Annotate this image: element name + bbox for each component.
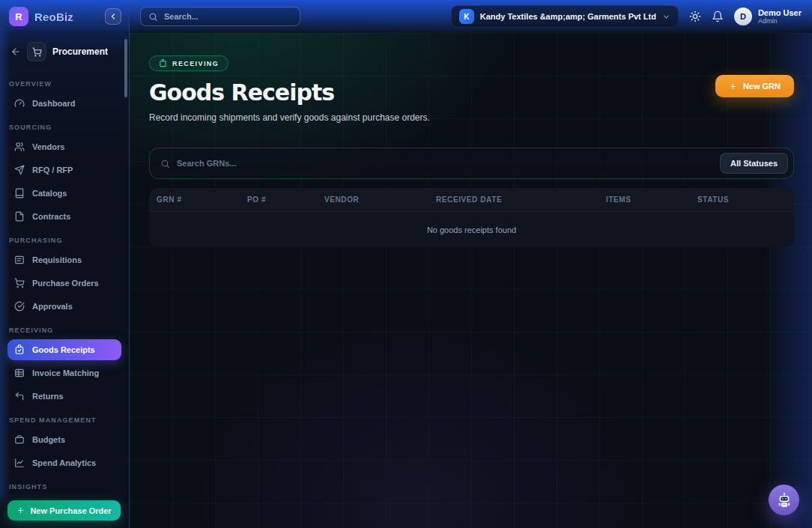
users-icon	[14, 142, 25, 152]
grn-search-input[interactable]	[177, 159, 512, 168]
avatar: D	[734, 7, 752, 25]
sidebar-item-dashboard[interactable]: Dashboard	[7, 93, 121, 114]
undo-arrow-icon	[14, 391, 25, 401]
sidebar-item-rfq-rfp[interactable]: RFQ / RFP	[7, 160, 121, 180]
wallet-icon	[14, 434, 25, 445]
company-name: Kandy Textiles &amp;amp; Garments Pvt Lt…	[480, 12, 656, 21]
sidebar-header: R ReoBiz	[0, 0, 129, 33]
sidebar-item-contracts[interactable]: Contracts	[7, 206, 121, 227]
column-header-po: PO #	[247, 195, 324, 204]
section-spend-management: SPEND MANAGEMENT	[9, 416, 120, 424]
section-insights: INSIGHTS	[9, 483, 120, 491]
sidebar-item-label: RFQ / RFP	[32, 166, 73, 175]
book-icon	[14, 188, 25, 198]
sidebar-item-label: Returns	[32, 392, 64, 401]
grn-table: GRN # PO # VENDOR RECEIVED DATE ITEMS ST…	[149, 188, 794, 247]
sidebar-item-label: Budgets	[32, 435, 65, 444]
section-sourcing: SOURCING	[9, 124, 120, 131]
user-menu[interactable]: D Demo User Admin	[734, 7, 802, 25]
sidebar-item-catalogs[interactable]: Catalogs	[7, 183, 121, 204]
section-overview: OVERVIEW	[9, 80, 120, 88]
bell-icon	[712, 10, 724, 22]
back-arrow-icon[interactable]	[10, 46, 21, 57]
sidebar-collapse-button[interactable]	[105, 8, 121, 25]
page-content: RECEIVING Goods Receipts Record incoming…	[130, 33, 812, 528]
cart-icon	[27, 42, 46, 61]
status-filter-select[interactable]: All Statuses	[720, 153, 788, 174]
global-search-input[interactable]	[164, 12, 292, 21]
sidebar-item-spend-analytics[interactable]: Spend Analytics	[7, 452, 121, 473]
table-header-row: GRN # PO # VENDOR RECEIVED DATE ITEMS ST…	[149, 188, 794, 212]
check-circle-icon	[14, 301, 25, 312]
module-label: Procurement	[52, 46, 108, 57]
sidebar-item-purchase-orders[interactable]: Purchase Orders	[7, 273, 121, 294]
sun-icon	[689, 10, 701, 22]
sidebar-item-approvals[interactable]: Approvals	[7, 296, 121, 317]
new-purchase-order-button[interactable]: New Purchase Order	[7, 500, 121, 521]
new-purchase-order-label: New Purchase Order	[30, 506, 111, 515]
theme-toggle-button[interactable]	[689, 10, 701, 22]
grn-search[interactable]	[160, 159, 720, 169]
search-icon	[148, 12, 158, 22]
new-grn-label: New GRN	[743, 82, 781, 91]
column-header-grn: GRN #	[157, 195, 247, 204]
page-header: RECEIVING Goods Receipts Record incoming…	[149, 55, 794, 123]
sidebar-item-label: Invoice Matching	[32, 368, 99, 377]
sidebar-item-budgets[interactable]: Budgets	[7, 429, 121, 450]
main-area: K Kandy Textiles &amp;amp; Garments Pvt …	[130, 0, 812, 528]
gauge-icon	[14, 98, 25, 109]
sidebar-item-label: Contracts	[32, 212, 70, 221]
filter-card: All Statuses	[149, 148, 794, 179]
package-icon	[159, 59, 167, 67]
sidebar-item-label: Purchase Orders	[32, 279, 99, 288]
sidebar: R ReoBiz Procurement OVERVIEW Dashboard	[0, 0, 130, 528]
status-filter-value: All Statuses	[730, 159, 778, 168]
sidebar-item-returns[interactable]: Returns	[7, 386, 121, 407]
page-title: Goods Receipts	[149, 79, 430, 106]
plus-icon	[729, 82, 737, 91]
brand-name: ReoBiz	[34, 10, 73, 23]
sidebar-item-label: Dashboard	[32, 99, 75, 108]
package-check-icon	[14, 345, 25, 355]
section-purchasing: PURCHASING	[9, 237, 120, 244]
plus-icon	[16, 506, 25, 515]
sidebar-item-label: Approvals	[32, 302, 73, 311]
sidebar-footer: New Purchase Order	[0, 493, 128, 528]
sidebar-item-vendors[interactable]: Vendors	[7, 136, 121, 157]
sidebar-item-label: Requisitions	[32, 255, 82, 264]
column-header-status: STATUS	[697, 195, 794, 204]
sidebar-nav: OVERVIEW Dashboard SOURCING Vendors RFQ …	[0, 69, 129, 528]
app-window: R ReoBiz Procurement OVERVIEW Dashboard	[0, 0, 812, 528]
global-search[interactable]	[140, 7, 300, 26]
company-selector[interactable]: K Kandy Textiles &amp;amp; Garments Pvt …	[451, 5, 679, 28]
module-header: Procurement	[0, 33, 129, 69]
topbar-right: K Kandy Textiles &amp;amp; Garments Pvt …	[451, 5, 802, 28]
sidebar-item-label: Spend Analytics	[32, 458, 96, 467]
user-role: Admin	[758, 17, 802, 25]
column-header-items: ITEMS	[606, 195, 697, 204]
receiving-badge-label: RECEIVING	[172, 60, 219, 67]
sidebar-scrollbar[interactable]	[124, 39, 127, 97]
assistant-chat-button[interactable]	[769, 485, 799, 515]
new-grn-button[interactable]: New GRN	[715, 75, 794, 97]
cart-icon	[14, 278, 25, 288]
page-subtitle: Record incoming shipments and verify goo…	[149, 112, 430, 123]
column-header-received-date: RECEIVED DATE	[436, 195, 606, 204]
send-icon	[14, 165, 25, 175]
page-header-text: RECEIVING Goods Receipts Record incoming…	[149, 55, 430, 123]
sidebar-item-invoice-matching[interactable]: Invoice Matching	[7, 362, 121, 383]
sidebar-item-requisitions[interactable]: Requisitions	[7, 249, 121, 270]
sidebar-item-label: Vendors	[32, 142, 64, 151]
line-chart-icon	[14, 458, 25, 468]
robot-icon	[775, 491, 793, 509]
brand-logo: R	[9, 7, 28, 26]
user-name: Demo User	[758, 8, 802, 18]
company-avatar: K	[459, 9, 474, 24]
chevron-down-icon	[662, 13, 670, 21]
notifications-button[interactable]	[712, 10, 724, 22]
sidebar-item-label: Catalogs	[32, 189, 67, 198]
sidebar-item-goods-receipts[interactable]: Goods Receipts	[7, 339, 121, 360]
receiving-badge: RECEIVING	[149, 55, 228, 71]
empty-state-message: No goods receipts found	[149, 212, 794, 247]
search-icon	[160, 159, 170, 169]
